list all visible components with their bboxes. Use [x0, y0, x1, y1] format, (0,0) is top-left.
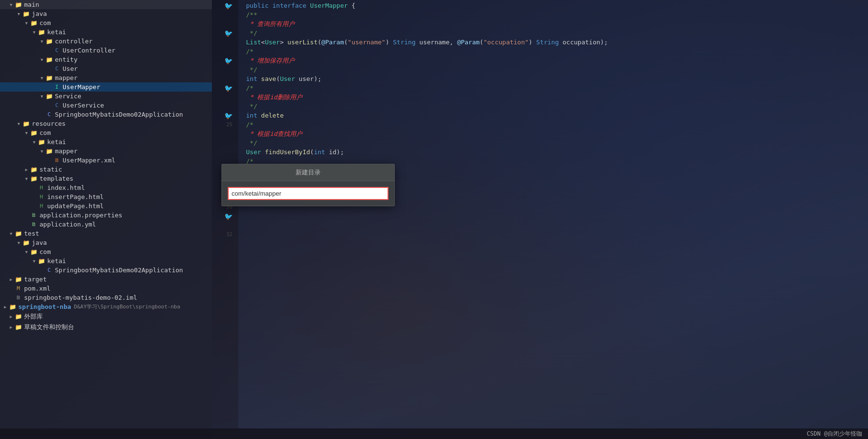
- tree-item-springapp[interactable]: C SpringbootMybatisDemo02Application: [0, 110, 212, 119]
- kw-userlist-method: userList: [287, 39, 318, 46]
- label-static: static: [39, 166, 62, 173]
- file-icon-springapp: C: [45, 111, 53, 118]
- tree-item-service[interactable]: 📁 Service: [0, 92, 212, 101]
- tree-item-usermapper[interactable]: I UserMapper: [0, 82, 212, 92]
- label-project-root: springboot-nba: [18, 303, 71, 310]
- kw-param2: @Param: [457, 39, 479, 46]
- folder-icon-controller: 📁: [45, 38, 53, 45]
- label-mapper2: mapper: [55, 147, 78, 155]
- tree-item-entity[interactable]: 📁 entity: [0, 55, 212, 64]
- file-icon-usermapper: I: [53, 84, 61, 91]
- folder-icon-com2: 📁: [30, 130, 38, 136]
- kw-int3: int: [314, 148, 329, 156]
- tree-item-external-libs[interactable]: 📁 外部库: [0, 311, 212, 322]
- tree-item-iml[interactable]: 🗎 springboot-mybatis-demo-02.iml: [0, 293, 212, 302]
- gutter-line-14: 25: [212, 120, 234, 129]
- tree-item-main[interactable]: 📁 main: [0, 0, 212, 9]
- code-line-comment6: */: [238, 65, 868, 74]
- tree-item-pom[interactable]: M pom.xml: [0, 284, 212, 293]
- tree-item-project-root[interactable]: 📁 springboot-nba D&AY学习\SpringBoot\sprin…: [0, 302, 212, 311]
- tree-item-mapper2[interactable]: 📁 mapper: [0, 146, 212, 156]
- tree-item-java2[interactable]: 📁 java: [0, 238, 212, 247]
- tree-item-controller[interactable]: 📁 controller: [0, 37, 212, 46]
- code-line-comment7: /*: [238, 83, 868, 93]
- tree-item-test[interactable]: 📁 test: [0, 229, 212, 238]
- tree-item-usermapper-xml[interactable]: 🗎 UserMapper.xml: [0, 156, 212, 165]
- tree-item-resources[interactable]: 📁 resources: [0, 119, 212, 128]
- file-icon-app-props: 🗎: [30, 212, 38, 219]
- tree-item-user[interactable]: C User: [0, 64, 212, 73]
- kw-paren4: (: [479, 39, 483, 46]
- folder-icon-static: 📁: [30, 166, 38, 173]
- file-tree-sidebar: 📁 main 📁 java 📁 com 📁 ketai 📁 controller: [0, 0, 212, 439]
- tree-item-index-html[interactable]: H index.html: [0, 183, 212, 192]
- code-line-comment8: * 根据id删除用户: [238, 93, 868, 102]
- label-resources: resources: [32, 120, 65, 127]
- new-directory-dialog[interactable]: 新建目录: [221, 164, 395, 206]
- tree-item-app-yml[interactable]: 🗎 application.yml: [0, 220, 212, 229]
- label-service: Service: [55, 93, 81, 100]
- kw-paren3: ): [386, 39, 393, 46]
- directory-name-input[interactable]: [228, 187, 389, 200]
- tree-item-com[interactable]: 📁 com: [0, 18, 212, 27]
- kw-gt: >: [280, 39, 287, 46]
- gutter-line-26: 32: [212, 230, 234, 239]
- arrow-target: [8, 276, 14, 283]
- comment-text4: * 根据id查找用户: [246, 130, 302, 138]
- kw-paren2: (: [344, 39, 348, 46]
- tree-item-mapper[interactable]: 📁 mapper: [0, 73, 212, 82]
- label-ketai3: ketai: [47, 257, 66, 265]
- label-test: test: [24, 230, 39, 237]
- comment-text1: * 查询所有用户: [246, 20, 295, 28]
- tree-item-java[interactable]: 📁 java: [0, 9, 212, 18]
- tree-item-scratch[interactable]: 📁 草稿文件和控制台: [0, 322, 212, 333]
- folder-icon-target: 📁: [14, 276, 22, 283]
- kw-list: List: [246, 39, 261, 46]
- tree-item-com2[interactable]: 📁 com: [0, 128, 212, 137]
- code-line-save: int save ( User user);: [238, 74, 868, 83]
- tree-item-ketai2[interactable]: 📁 ketai: [0, 137, 212, 146]
- tree-item-usercontroller[interactable]: C UserController: [0, 46, 212, 55]
- code-editor[interactable]: public interface UserMapper { /** * 查询所有…: [238, 0, 868, 439]
- tree-item-static[interactable]: 📁 static: [0, 165, 212, 174]
- dialog-body: [222, 181, 394, 206]
- label-usermapper: UserMapper: [63, 83, 100, 91]
- file-icon-user: C: [53, 66, 61, 72]
- comment-close3: */: [246, 103, 257, 110]
- kw-id-param: id);: [329, 148, 344, 156]
- tree-item-insertpage-html[interactable]: H insertPage.html: [0, 192, 212, 201]
- file-icon-index-html: H: [38, 185, 45, 191]
- tree-item-templates[interactable]: 📁 templates: [0, 174, 212, 183]
- tree-item-ketai[interactable]: 📁 ketai: [0, 27, 212, 37]
- kw-paren1: (: [318, 39, 322, 46]
- gutter-line-8: [212, 65, 234, 74]
- code-line-comment4: /*: [238, 47, 868, 56]
- label-pom: pom.xml: [24, 285, 51, 292]
- arrow-entity: [39, 56, 45, 63]
- code-line-delete: int delete: [238, 111, 868, 120]
- tree-item-app-props[interactable]: 🗎 application.properties: [0, 211, 212, 220]
- tree-item-com3[interactable]: 📁 com: [0, 247, 212, 256]
- folder-icon-mapper2: 📁: [45, 148, 53, 155]
- folder-icon-ketai: 📁: [38, 29, 45, 36]
- tree-item-target[interactable]: 📁 target: [0, 275, 212, 284]
- kw-finduser-method: findUserById: [265, 148, 310, 156]
- arrow-main: [8, 1, 14, 8]
- kw-username-param: username,: [419, 39, 457, 46]
- tree-item-springapp2[interactable]: C SpringbootMybatisDemo02Application: [0, 266, 212, 275]
- label-mapper: mapper: [55, 74, 78, 81]
- tree-item-updatepage-html[interactable]: H updatePage.html: [0, 201, 212, 211]
- label-external-libs: 外部库: [24, 312, 43, 321]
- tree-item-ketai3[interactable]: 📁 ketai: [0, 256, 212, 266]
- kw-finduser-paren: (: [310, 148, 314, 156]
- file-icon-pom: M: [14, 285, 22, 292]
- label-insertpage-html: insertPage.html: [47, 193, 104, 200]
- kw-string-type: String: [393, 39, 419, 46]
- tree-item-userservice[interactable]: C UserService: [0, 101, 212, 110]
- arrow-service: [39, 93, 45, 100]
- gutter-line-6: [212, 47, 234, 56]
- label-scratch: 草稿文件和控制台: [24, 323, 74, 332]
- comment-text3: * 根据id删除用户: [246, 93, 302, 102]
- label-java: java: [32, 10, 47, 17]
- arrow-java2: [15, 239, 22, 246]
